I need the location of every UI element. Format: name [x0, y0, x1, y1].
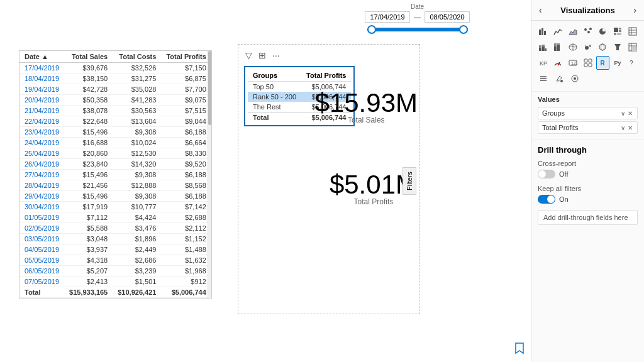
table-row[interactable]: 17/04/2019$39,676$32,526$7,150: [19, 63, 211, 74]
viz-100pct-icon[interactable]: [552, 40, 565, 54]
table-row[interactable]: 24/04/2019$16,688$10,024$6,664: [19, 138, 211, 148]
table-cell-num: $13,604: [113, 116, 161, 127]
viz-slicer-icon[interactable]: [536, 72, 550, 85]
svg-rect-11: [617, 33, 621, 35]
table-cell-date: 24/04/2019: [19, 138, 64, 148]
viz-table-icon[interactable]: [626, 25, 639, 38]
focus-icon[interactable]: ⊞: [257, 49, 267, 62]
table-row[interactable]: 27/04/2019$15,496$9,308$6,188: [19, 170, 211, 180]
table-cell-num: $1,632: [161, 255, 211, 266]
field-profits-v-btn[interactable]: ∨: [620, 124, 626, 131]
table-cell-num: $10,777: [113, 202, 161, 212]
table-cell-num: $30,563: [113, 106, 161, 116]
table-cell-num: $7,515: [161, 106, 211, 116]
table-cell-num: $20,860: [64, 148, 113, 159]
keep-filters-toggle-row: On: [538, 195, 638, 204]
table-row[interactable]: 19/04/2019$42,728$35,028$7,700: [19, 84, 211, 95]
field-groups-v-btn[interactable]: ∨: [620, 110, 626, 117]
viz-pie-icon[interactable]: [596, 25, 609, 38]
field-profits-x-btn[interactable]: ✕: [627, 124, 633, 131]
panel-next-btn[interactable]: ›: [632, 5, 638, 15]
table-row[interactable]: 02/05/2019$5,588$3,476$2,112: [19, 223, 211, 234]
date-slider-left-thumb[interactable]: [367, 25, 376, 34]
viz-paint-icon[interactable]: [552, 72, 566, 85]
viz-map-icon[interactable]: [566, 40, 579, 54]
table-scroll-thumb[interactable]: [208, 51, 211, 125]
svg-rect-41: [584, 59, 587, 62]
field-groups: Groups ∨ ✕: [538, 107, 638, 119]
add-drill-through-btn[interactable]: Add drill-through fields here: [538, 210, 638, 225]
table-cell-num: $42,728: [64, 84, 113, 95]
viz-field-icon[interactable]: [568, 72, 582, 85]
viz-treemap-icon[interactable]: [611, 25, 625, 38]
svg-rect-22: [554, 47, 557, 51]
viz-multicard-icon[interactable]: [581, 56, 594, 70]
filter-icon[interactable]: ▽: [244, 49, 253, 62]
viz-stacked-icon[interactable]: [536, 40, 550, 54]
table-cell-date: 29/04/2019: [19, 191, 64, 202]
svg-point-51: [574, 77, 576, 80]
viz-card-icon[interactable]: 123: [566, 56, 579, 70]
table-row[interactable]: 04/05/2019$3,937$2,449$1,488: [19, 244, 211, 255]
kpi-sales-value: $15.93M: [315, 88, 418, 118]
viz-bar-icon[interactable]: [536, 25, 550, 38]
cross-report-toggle[interactable]: [538, 170, 555, 178]
table-row[interactable]: 22/04/2019$22,648$13,604$9,044: [19, 116, 211, 127]
viz-area-icon[interactable]: [566, 25, 579, 38]
col-header-date[interactable]: Date ▲: [19, 51, 64, 63]
table-row[interactable]: 30/04/2019$17,919$10,777$7,142: [19, 202, 211, 212]
more-options-icon[interactable]: ···: [271, 49, 281, 62]
svg-rect-10: [614, 33, 616, 35]
table-row[interactable]: 07/05/2019$2,413$1,501$912: [19, 277, 211, 287]
viz-globe-icon[interactable]: [596, 40, 609, 54]
table-row[interactable]: 05/05/2019$4,318$2,686$1,632: [19, 255, 211, 266]
viz-row-2: [536, 40, 639, 54]
table-cell-num: $8,330: [161, 148, 211, 159]
date-separator: —: [414, 13, 421, 21]
field-groups-x-btn[interactable]: ✕: [627, 110, 633, 117]
col-header-sales[interactable]: Total Sales: [64, 51, 113, 63]
viz-gauge-icon[interactable]: [552, 56, 565, 70]
date-start-input[interactable]: [365, 11, 410, 23]
kpi-total-sales: $15.93M Total Sales: [315, 88, 418, 124]
table-row[interactable]: 21/04/2019$38,078$30,563$7,515: [19, 106, 211, 116]
table-cell-num: $4,424: [113, 212, 161, 223]
date-slicer: Date —: [365, 3, 470, 31]
date-end-input[interactable]: [425, 11, 470, 23]
viz-row-4: [536, 72, 639, 85]
table-total-cell: $10,926,421: [113, 287, 161, 298]
table-row[interactable]: 01/05/2019$7,112$4,424$2,688: [19, 212, 211, 223]
viz-matrix-icon[interactable]: [626, 40, 639, 54]
table-cell-num: $6,188: [161, 191, 211, 202]
viz-bubble-icon[interactable]: [581, 40, 594, 54]
table-row[interactable]: 03/05/2019$3,048$1,896$1,152: [19, 234, 211, 244]
table-row[interactable]: 26/04/2019$23,840$14,320$9,520: [19, 159, 211, 170]
table-row[interactable]: 25/04/2019$20,860$12,530$8,330: [19, 148, 211, 159]
viz-qna-icon[interactable]: ?: [626, 56, 639, 70]
viz-r-icon[interactable]: R: [596, 56, 609, 70]
viz-line-icon[interactable]: [552, 25, 565, 38]
table-cell-num: $50,358: [64, 95, 113, 106]
date-slider-track[interactable]: [367, 28, 468, 31]
col-header-costs[interactable]: Total Costs: [113, 51, 161, 63]
date-slider-right-thumb[interactable]: [459, 25, 468, 34]
table-cell-date: 20/04/2019: [19, 95, 64, 106]
table-row[interactable]: 18/04/2019$38,150$31,275$6,875: [19, 74, 211, 84]
keep-filters-toggle[interactable]: [538, 195, 555, 204]
panel-prev-btn[interactable]: ‹: [538, 5, 543, 15]
viz-funnel-icon[interactable]: [611, 40, 625, 54]
table-row[interactable]: 06/05/2019$5,207$3,239$1,968: [19, 266, 211, 277]
field-profits-label: Total Profits: [542, 124, 578, 131]
viz-scatter-icon[interactable]: [581, 25, 594, 38]
table-row[interactable]: 29/04/2019$15,496$9,308$6,188: [19, 191, 211, 202]
table-row[interactable]: 23/04/2019$15,496$9,308$6,188: [19, 127, 211, 138]
table-row[interactable]: 20/04/2019$50,358$41,283$9,075: [19, 95, 211, 106]
date-range: —: [365, 11, 470, 23]
filters-tab[interactable]: Filters: [402, 167, 416, 195]
table-cell-num: $6,875: [161, 74, 211, 84]
col-header-profits[interactable]: Total Profits: [161, 51, 211, 63]
table-scrollbar[interactable]: [208, 51, 211, 298]
viz-python-icon[interactable]: Py: [611, 56, 625, 70]
table-row[interactable]: 28/04/2019$21,456$12,888$8,568: [19, 180, 211, 191]
viz-kpi-icon[interactable]: KPI: [536, 56, 550, 70]
